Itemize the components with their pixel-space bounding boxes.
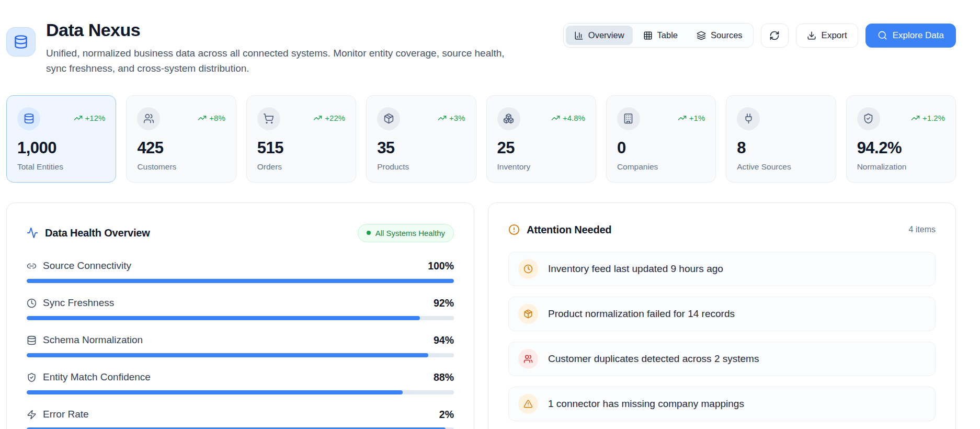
metric-label: Entity Match Confidence bbox=[43, 371, 151, 383]
attention-count: 4 items bbox=[908, 225, 936, 234]
metric-value: 2% bbox=[439, 409, 454, 421]
tab-label: Table bbox=[657, 30, 678, 40]
database-icon bbox=[27, 335, 37, 345]
metric-value: 94% bbox=[434, 334, 454, 346]
stat-card-total-entities[interactable]: +12%1,000Total Entities bbox=[6, 95, 116, 183]
clock-icon bbox=[27, 298, 37, 308]
attention-item-3[interactable]: Customer duplicates detected across 2 sy… bbox=[508, 342, 936, 376]
shield-check-icon bbox=[27, 372, 37, 382]
alert-triangle-icon bbox=[518, 394, 538, 414]
metric-source-connectivity: Source Connectivity100% bbox=[27, 260, 454, 283]
stat-icon-bubble bbox=[617, 107, 640, 130]
stat-card-companies[interactable]: +1%0Companies bbox=[606, 95, 716, 183]
stat-card-customers[interactable]: +8%425Customers bbox=[126, 95, 236, 183]
search-icon bbox=[878, 30, 887, 40]
health-status-label: All Systems Healthy bbox=[375, 229, 445, 238]
app-logo bbox=[6, 27, 36, 57]
download-icon bbox=[807, 31, 816, 40]
tab-sources[interactable]: Sources bbox=[688, 26, 751, 45]
metric-label: Schema Normalization bbox=[43, 334, 143, 346]
stat-card-inventory[interactable]: +4.8%25Inventory bbox=[486, 95, 596, 183]
stat-label: Active Sources bbox=[737, 162, 825, 172]
link-icon bbox=[27, 261, 37, 271]
trend-value: +8% bbox=[209, 114, 225, 122]
header-branding: Data Nexus Unified, normalized business … bbox=[6, 20, 506, 76]
attention-panel-header: Attention Needed 4 items bbox=[508, 224, 936, 236]
progress-fill bbox=[27, 279, 454, 283]
export-button[interactable]: Export bbox=[796, 24, 858, 48]
attention-panel-title: Attention Needed bbox=[527, 224, 611, 236]
stat-value: 0 bbox=[617, 139, 705, 157]
status-dot-icon bbox=[367, 231, 371, 235]
trending-up-icon bbox=[678, 114, 687, 122]
attention-item-4[interactable]: 1 connector has missing company mappings bbox=[508, 387, 936, 421]
stat-label: Companies bbox=[617, 162, 705, 172]
attention-panel: Attention Needed 4 items Inventory feed … bbox=[488, 202, 956, 429]
attention-list: Inventory feed last updated 9 hours agoP… bbox=[508, 252, 936, 421]
package-icon bbox=[523, 309, 533, 319]
trending-up-icon bbox=[551, 114, 560, 122]
plug-icon bbox=[743, 113, 754, 124]
zap-icon bbox=[27, 410, 37, 420]
stat-icon-bubble bbox=[137, 107, 160, 130]
stat-icon-bubble bbox=[17, 107, 40, 130]
metric-label: Error Rate bbox=[43, 409, 89, 420]
trend-value: +22% bbox=[325, 114, 345, 122]
refresh-button[interactable] bbox=[761, 24, 789, 48]
tab-label: Sources bbox=[711, 30, 743, 40]
explore-data-button-label: Explore Data bbox=[893, 30, 944, 41]
users-icon bbox=[518, 349, 538, 369]
stat-label: Total Entities bbox=[17, 162, 105, 172]
metric-label: Source Connectivity bbox=[43, 260, 131, 272]
activity-icon bbox=[27, 227, 38, 239]
trend-value: +1.2% bbox=[922, 114, 945, 122]
stat-card-products[interactable]: +3%35Products bbox=[366, 95, 476, 183]
progress-track bbox=[27, 316, 454, 320]
alert-triangle-icon bbox=[523, 399, 533, 409]
metric-label: Sync Freshness bbox=[43, 297, 114, 309]
chart-column-icon bbox=[574, 31, 584, 40]
explore-data-button[interactable]: Explore Data bbox=[865, 24, 956, 48]
metric-value: 92% bbox=[434, 297, 454, 309]
page-title: Data Nexus bbox=[46, 20, 506, 40]
health-metrics: Source Connectivity100%Sync Freshness92%… bbox=[27, 260, 454, 429]
tab-overview[interactable]: Overview bbox=[566, 26, 633, 45]
stat-value: 35 bbox=[377, 139, 465, 157]
progress-track bbox=[27, 279, 454, 283]
zap-icon bbox=[27, 410, 37, 420]
stat-value: 8 bbox=[737, 139, 825, 157]
alert-circle-icon bbox=[508, 224, 520, 235]
trending-up-icon bbox=[74, 114, 83, 122]
trending-up-icon bbox=[911, 114, 920, 122]
users-icon bbox=[523, 354, 533, 364]
progress-fill bbox=[27, 353, 428, 357]
view-tabs: OverviewTableSources bbox=[563, 23, 754, 48]
package-icon bbox=[383, 113, 394, 124]
clock-icon bbox=[518, 259, 538, 279]
tab-label: Overview bbox=[588, 30, 624, 40]
attention-item-text: 1 connector has missing company mappings bbox=[548, 398, 744, 410]
cart-icon bbox=[263, 113, 274, 124]
tab-table[interactable]: Table bbox=[635, 26, 686, 45]
attention-item-text: Product normalization failed for 14 reco… bbox=[548, 308, 735, 320]
stat-value: 94.2% bbox=[857, 139, 945, 157]
trend-badge: +8% bbox=[198, 114, 225, 122]
table-icon bbox=[643, 31, 653, 40]
health-panel-title: Data Health Overview bbox=[45, 227, 150, 239]
boxes-icon bbox=[503, 113, 514, 124]
export-button-label: Export bbox=[822, 30, 847, 41]
stat-label: Customers bbox=[137, 162, 225, 172]
dashboard-page: Data Nexus Unified, normalized business … bbox=[0, 0, 980, 429]
activity-icon bbox=[27, 227, 38, 239]
stat-card-active-sources[interactable]: 8Active Sources bbox=[726, 95, 836, 183]
attention-item-1[interactable]: Inventory feed last updated 9 hours ago bbox=[508, 252, 936, 286]
health-panel-header: Data Health Overview All Systems Healthy bbox=[27, 224, 454, 242]
trending-up-icon bbox=[198, 114, 207, 122]
stat-card-orders[interactable]: +22%515Orders bbox=[246, 95, 356, 183]
stat-value: 1,000 bbox=[17, 139, 105, 157]
alert-circle-icon bbox=[508, 224, 520, 235]
stat-card-normalization[interactable]: +1.2%94.2%Normalization bbox=[846, 95, 956, 183]
attention-item-2[interactable]: Product normalization failed for 14 reco… bbox=[508, 297, 936, 331]
stat-value: 425 bbox=[137, 139, 225, 157]
header-text: Data Nexus Unified, normalized business … bbox=[46, 20, 506, 76]
